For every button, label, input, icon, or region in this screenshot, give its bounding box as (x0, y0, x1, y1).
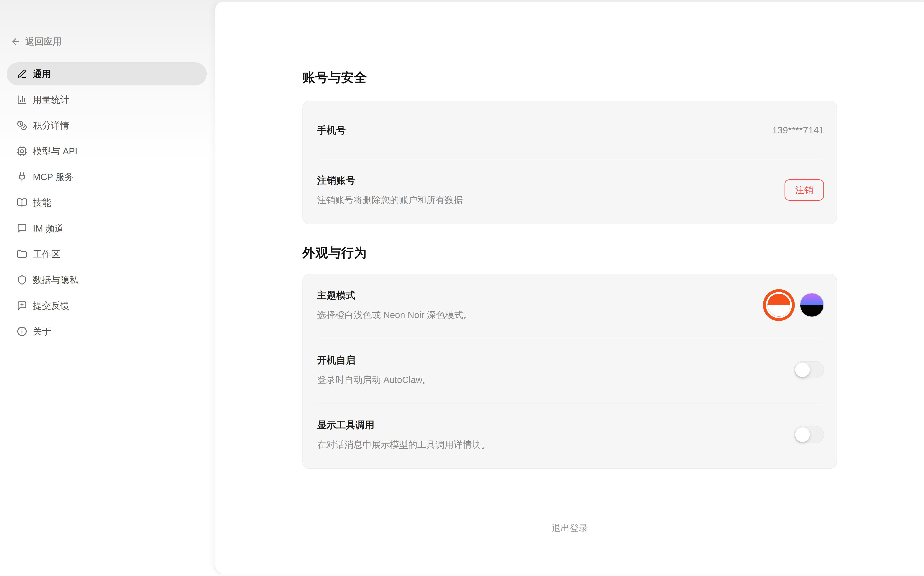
settings-window: 返回应用 通用 用量统计 积分详情 模型与 API MCP 服务 (0, 0, 924, 576)
sidebar-item-label: MCP 服务 (33, 171, 74, 183)
pen-line-icon (17, 69, 27, 79)
theme-swatches (763, 289, 824, 321)
sidebar-item-about[interactable]: 关于 (6, 320, 207, 343)
sidebar-item-label: 提交反馈 (33, 300, 69, 312)
show-tool-calls-title: 显示工具调用 (317, 419, 490, 431)
light-theme-swatch-preview (767, 294, 790, 317)
back-to-app-label: 返回应用 (25, 35, 62, 48)
sidebar-item-label: 积分详情 (33, 119, 69, 132)
settings-content: 账号与安全 手机号 139****7141 注销账号 注销账号将删除您的账户和所… (303, 2, 837, 561)
phone-number-row: 手机号 139****7141 (303, 101, 836, 159)
sidebar-item-data-privacy[interactable]: 数据与隐私 (6, 268, 207, 291)
sidebar-item-label: 通用 (33, 68, 51, 80)
message-icon (17, 223, 27, 234)
sidebar-item-usage-stats[interactable]: 用量统计 (6, 88, 207, 111)
folder-icon (17, 249, 27, 259)
feedback-plus-icon (17, 301, 27, 311)
sidebar-item-mcp-services[interactable]: MCP 服务 (6, 165, 207, 189)
theme-mode-description: 选择橙白浅色或 Neon Noir 深色模式。 (317, 309, 472, 321)
plug-icon (17, 172, 27, 182)
account-security-card: 手机号 139****7141 注销账号 注销账号将删除您的账户和所有数据 注销 (303, 101, 837, 224)
section-title-appearance-behavior: 外观与行为 (303, 244, 837, 261)
show-tool-calls-toggle[interactable] (794, 426, 824, 443)
toggle-knob (795, 427, 810, 442)
sidebar-item-label: 模型与 API (33, 145, 77, 157)
coins-icon (17, 120, 27, 131)
sidebar-item-label: 用量统计 (33, 94, 69, 106)
phone-number-value: 139****7141 (772, 125, 824, 136)
autostart-row: 开机自启 登录时自动启动 AutoClaw。 (303, 339, 836, 403)
info-icon (17, 326, 27, 336)
toggle-knob (795, 362, 810, 377)
theme-mode-title: 主题模式 (317, 289, 472, 301)
show-tool-calls-description: 在对话消息中展示模型的工具调用详情块。 (317, 438, 490, 451)
sidebar-item-models-api[interactable]: 模型与 API (6, 139, 207, 163)
settings-panel: 账号与安全 手机号 139****7141 注销账号 注销账号将删除您的账户和所… (215, 1, 924, 574)
sidebar-item-label: IM 频道 (33, 222, 64, 235)
delete-account-description: 注销账号将删除您的账户和所有数据 (317, 194, 463, 206)
autostart-title: 开机自启 (317, 354, 431, 366)
sidebar: 返回应用 通用 用量统计 积分详情 模型与 API MCP 服务 (0, 0, 215, 576)
light-theme-swatch[interactable] (763, 289, 795, 321)
sidebar-item-im-channels[interactable]: IM 频道 (6, 217, 207, 240)
dark-theme-swatch[interactable] (800, 293, 824, 317)
book-open-icon (17, 198, 27, 208)
sidebar-item-label: 技能 (33, 197, 51, 209)
sidebar-nav: 通用 用量统计 积分详情 模型与 API MCP 服务 技能 (0, 62, 215, 343)
delete-account-title: 注销账号 (317, 174, 463, 186)
shield-icon (17, 275, 27, 285)
delete-account-row: 注销账号 注销账号将删除您的账户和所有数据 注销 (303, 159, 836, 224)
sidebar-item-label: 关于 (33, 325, 51, 338)
appearance-behavior-card: 主题模式 选择橙白浅色或 Neon Noir 深色模式。 开机自启 登录时自动 (303, 274, 837, 469)
sidebar-item-credits[interactable]: 积分详情 (6, 114, 207, 137)
arrow-left-icon (11, 37, 21, 47)
sidebar-item-feedback[interactable]: 提交反馈 (6, 294, 207, 317)
sidebar-item-workspace[interactable]: 工作区 (6, 243, 207, 266)
cpu-icon (17, 146, 27, 156)
phone-number-label: 手机号 (317, 124, 346, 136)
autostart-toggle[interactable] (794, 361, 824, 378)
sidebar-item-label: 数据与隐私 (33, 274, 78, 286)
logout-button[interactable]: 退出登录 (552, 522, 588, 534)
delete-account-button[interactable]: 注销 (785, 179, 824, 201)
show-tool-calls-row: 显示工具调用 在对话消息中展示模型的工具调用详情块。 (303, 404, 836, 468)
back-to-app-button[interactable]: 返回应用 (11, 35, 62, 48)
section-title-account-security: 账号与安全 (303, 68, 837, 86)
bar-chart-icon (17, 94, 27, 105)
autostart-description: 登录时自动启动 AutoClaw。 (317, 374, 431, 386)
sidebar-item-label: 工作区 (33, 248, 60, 260)
theme-mode-row: 主题模式 选择橙白浅色或 Neon Noir 深色模式。 (303, 274, 836, 339)
sidebar-item-skills[interactable]: 技能 (6, 191, 207, 214)
sidebar-item-general[interactable]: 通用 (6, 62, 207, 85)
